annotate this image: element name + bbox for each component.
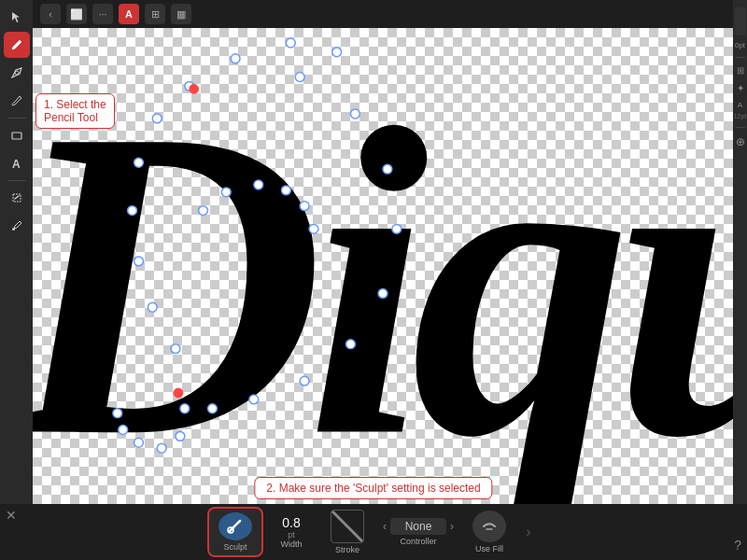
svg-rect-35 <box>12 133 21 139</box>
svg-point-18 <box>174 388 183 398</box>
svg-text:A: A <box>12 158 21 170</box>
more-button[interactable]: ··· <box>92 4 113 24</box>
svg-point-32 <box>300 202 309 211</box>
canvas-area: Diqu <box>33 0 733 504</box>
close-button[interactable]: ✕ <box>6 508 17 523</box>
left-toolbar: A <box>0 0 33 504</box>
svg-point-12 <box>176 431 185 441</box>
shape-tool-button[interactable] <box>4 122 30 148</box>
back-button[interactable]: ‹ <box>40 4 61 24</box>
app-logo: A <box>119 4 139 24</box>
width-label: Width <box>280 539 302 549</box>
stroke-preview <box>329 510 366 543</box>
svg-point-30 <box>254 180 263 189</box>
svg-point-25 <box>300 376 309 385</box>
width-section: 0.8 pt Width <box>263 507 319 557</box>
font-size-label: A <box>738 101 742 109</box>
svg-point-26 <box>249 395 259 404</box>
top-bar: ‹ ⬜ ··· A ⊞ ▦ <box>33 0 733 28</box>
svg-point-2 <box>286 38 295 48</box>
add-button[interactable]: ⊕ <box>736 135 745 148</box>
svg-point-3 <box>231 54 240 63</box>
width-value: 0.8 <box>282 515 300 530</box>
svg-point-23 <box>378 288 388 298</box>
divider-1 <box>7 118 26 119</box>
right-toolbar: 0pt ⊞ ✦ A 12pt ⊕ <box>733 0 747 504</box>
text-tool-button[interactable]: A <box>4 150 30 176</box>
grid-button[interactable]: ⊞ <box>145 4 165 24</box>
svg-point-33 <box>309 224 318 233</box>
stroke-section[interactable]: Stroke <box>319 507 375 557</box>
eyedropper-tool-button[interactable] <box>4 213 30 239</box>
help-button[interactable]: ? <box>734 538 741 553</box>
layers-button[interactable]: ⊞ <box>737 65 744 76</box>
svg-point-37 <box>12 228 15 231</box>
pt-label: 0pt <box>735 41 745 49</box>
transform-tool-button[interactable] <box>4 185 30 211</box>
forward-arrow[interactable]: › <box>517 515 540 549</box>
svg-point-5 <box>152 114 162 123</box>
font-size-value: 12pt <box>734 113 747 119</box>
svg-point-34 <box>15 71 19 75</box>
svg-point-27 <box>208 404 218 413</box>
right-divider-2 <box>736 127 745 128</box>
controller-label: Controller <box>400 537 436 546</box>
select-tool-button[interactable] <box>4 4 30 30</box>
controller-next[interactable]: › <box>450 520 454 533</box>
stroke-swatch <box>331 510 364 543</box>
svg-point-9 <box>148 302 157 312</box>
right-divider-1 <box>736 57 745 58</box>
sculpt-icon-wrap <box>218 512 252 540</box>
svg-point-11 <box>180 404 190 413</box>
svg-point-29 <box>221 188 231 197</box>
bottom-toolbar: Sculpt 0.8 pt Width Stroke ‹ None › Cont… <box>0 504 747 560</box>
svg-point-6 <box>134 158 144 167</box>
divider-2 <box>7 180 26 181</box>
svg-point-8 <box>134 257 144 266</box>
use-fill-label: Use Fill <box>475 544 503 553</box>
pen-tool-button[interactable] <box>4 60 30 86</box>
width-display: 0.8 pt <box>282 515 300 539</box>
svg-point-14 <box>134 438 144 447</box>
sculpt-section[interactable]: Sculpt <box>207 507 263 557</box>
svg-point-20 <box>350 109 359 119</box>
svg-point-28 <box>199 206 208 216</box>
pencil-tool-button[interactable] <box>4 32 30 58</box>
svg-point-22 <box>392 224 402 233</box>
svg-point-31 <box>281 186 290 195</box>
save-button[interactable]: ⬜ <box>66 4 87 24</box>
svg-text:Diqu: Diqu <box>33 37 733 504</box>
svg-point-10 <box>171 344 180 354</box>
svg-point-24 <box>346 340 356 349</box>
stroke-label: Stroke <box>335 545 359 554</box>
svg-point-7 <box>128 206 137 216</box>
sculpt-label: Sculpt <box>223 542 247 552</box>
controller-section: ‹ None › Controller <box>375 507 461 557</box>
controller-inner: ‹ None › <box>383 518 454 535</box>
controller-prev[interactable]: ‹ <box>383 520 387 533</box>
use-fill-section[interactable]: Use Fill <box>461 507 517 557</box>
width-unit: pt <box>288 530 295 539</box>
controller-value: None <box>390 518 446 535</box>
svg-point-15 <box>119 426 128 435</box>
svg-point-1 <box>332 48 342 57</box>
table-button[interactable]: ▦ <box>171 4 191 24</box>
svg-point-13 <box>157 443 166 453</box>
svg-point-16 <box>113 409 122 418</box>
use-fill-icon-wrap <box>472 511 506 542</box>
svg-point-17 <box>190 84 199 93</box>
svg-point-19 <box>295 73 304 82</box>
svg-point-21 <box>383 164 392 174</box>
color-swatch[interactable] <box>735 7 746 35</box>
star-button[interactable]: ✦ <box>737 83 744 93</box>
cursive-svg: Diqu <box>33 0 733 504</box>
brush-tool-button[interactable] <box>4 88 30 114</box>
